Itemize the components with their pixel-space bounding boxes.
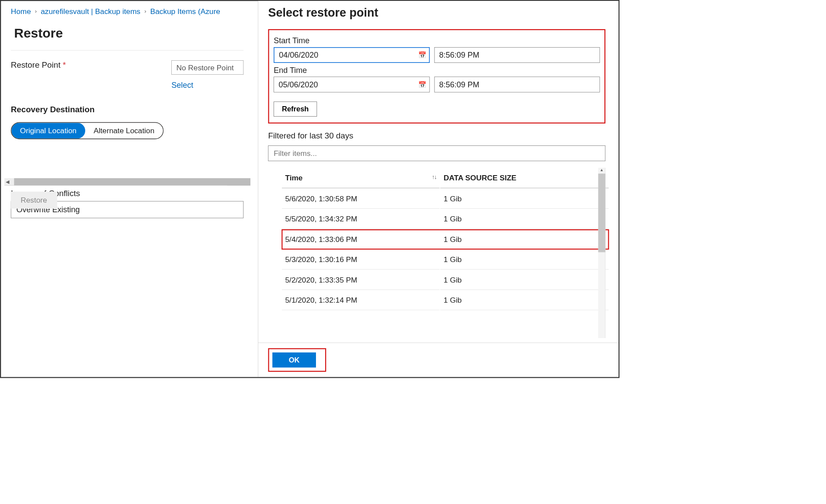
cell-size: 1 Gib xyxy=(441,230,609,249)
restore-point-field[interactable] xyxy=(171,60,243,75)
toggle-original-location[interactable]: Original Location xyxy=(11,123,85,138)
cell-size: 1 Gib xyxy=(441,209,609,229)
restore-point-label: Restore Point * xyxy=(11,60,172,70)
cell-size: 1 Gib xyxy=(441,290,609,310)
table-row[interactable]: 5/5/2020, 1:34:32 PM1 Gib xyxy=(282,209,609,229)
cell-time: 5/1/2020, 1:32:14 PM xyxy=(282,290,440,310)
cell-size: 1 Gib xyxy=(441,250,609,269)
restore-points-table: Time↑↓ DATA SOURCE SIZE↑↓ 5/6/2020, 1:30… xyxy=(281,168,610,311)
table-row[interactable]: 5/1/2020, 1:32:14 PM1 Gib xyxy=(282,290,609,310)
cell-time: 5/3/2020, 1:30:16 PM xyxy=(282,250,440,269)
col-size-header[interactable]: DATA SOURCE SIZE↑↓ xyxy=(441,169,609,189)
chevron-right-icon: › xyxy=(144,8,146,15)
filter-items-input[interactable] xyxy=(268,145,606,161)
sort-icon: ↑↓ xyxy=(432,174,437,181)
start-time-label: Start Time xyxy=(274,36,600,45)
ok-highlight: OK xyxy=(268,348,326,372)
panel-title: Select restore point xyxy=(268,6,606,20)
horizontal-scrollbar[interactable]: ◀ xyxy=(4,178,250,186)
start-date-input[interactable] xyxy=(274,47,430,63)
filtered-summary: Filtered for last 30 days xyxy=(268,131,606,140)
table-row[interactable]: 5/6/2020, 1:30:58 PM1 Gib xyxy=(282,189,609,209)
breadcrumb-backup-items[interactable]: Backup Items (Azure xyxy=(150,7,220,16)
col-time-header[interactable]: Time↑↓ xyxy=(282,169,440,189)
select-restore-point-panel: Select restore point Start Time 📅 End Ti… xyxy=(258,1,618,377)
cell-time: 5/5/2020, 1:34:32 PM xyxy=(282,209,440,229)
ok-button[interactable]: OK xyxy=(272,352,316,368)
time-filter-highlight: Start Time 📅 End Time 📅 Refresh xyxy=(268,29,606,124)
breadcrumb-home[interactable]: Home xyxy=(11,7,31,16)
cell-time: 5/4/2020, 1:33:06 PM xyxy=(282,230,440,249)
cell-size: 1 Gib xyxy=(441,189,609,209)
cell-time: 5/2/2020, 1:33:35 PM xyxy=(282,270,440,290)
select-restore-point-link[interactable]: Select xyxy=(171,81,243,90)
table-row[interactable]: 5/3/2020, 1:30:16 PM1 Gib xyxy=(282,250,609,269)
vertical-scrollbar[interactable]: ▲ xyxy=(598,168,606,338)
page-title: Restore xyxy=(14,26,243,41)
recovery-destination-label: Recovery Destination xyxy=(11,104,244,114)
refresh-button[interactable]: Refresh xyxy=(274,102,317,117)
end-date-input[interactable] xyxy=(274,77,430,93)
end-time-input[interactable] xyxy=(434,77,600,93)
cell-time: 5/6/2020, 1:30:58 PM xyxy=(282,189,440,209)
chevron-right-icon: › xyxy=(35,8,37,15)
table-row[interactable]: 5/2/2020, 1:33:35 PM1 Gib xyxy=(282,270,609,290)
end-time-label: End Time xyxy=(274,66,600,75)
restore-button[interactable]: Restore xyxy=(11,192,57,208)
table-row[interactable]: 5/4/2020, 1:33:06 PM1 Gib xyxy=(282,230,609,249)
cell-size: 1 Gib xyxy=(441,270,609,290)
start-time-input[interactable] xyxy=(434,47,600,63)
breadcrumb-vault[interactable]: azurefilesvault | Backup items xyxy=(41,7,140,16)
recovery-destination-toggle: Original Location Alternate Location xyxy=(11,122,164,139)
scroll-up-icon: ▲ xyxy=(600,168,604,174)
toggle-alternate-location[interactable]: Alternate Location xyxy=(85,123,163,138)
